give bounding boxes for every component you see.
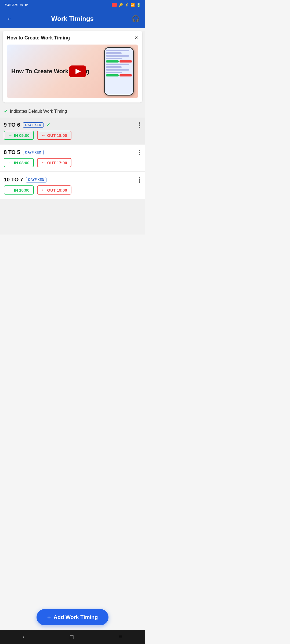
battery-icon: 🔋 bbox=[136, 3, 141, 7]
status-bar-left: 7:45 AM ▭ ⟳ bbox=[4, 3, 28, 7]
tutorial-close-button[interactable]: × bbox=[135, 35, 138, 41]
timing-in-time-3: IN 10:00 bbox=[14, 188, 30, 192]
tutorial-card-header: How to Create Work Timing × bbox=[7, 35, 138, 41]
timing-badge-1: DAYFIXED bbox=[23, 122, 44, 128]
timing-default-check-1: ✓ bbox=[46, 122, 50, 128]
timing-badge-2: DAYFIXED bbox=[23, 150, 44, 155]
dot-3b bbox=[139, 179, 140, 181]
timing-name-1: 9 TO 6 bbox=[4, 122, 20, 128]
default-check-icon: ✓ bbox=[4, 108, 8, 114]
phone-row-8 bbox=[106, 72, 122, 73]
tutorial-card: How to Create Work Timing × How To Creat… bbox=[3, 31, 142, 103]
out-arrow-icon-3: ← bbox=[41, 188, 46, 192]
timing-row-3: 10 TO 7 DAYFIXED → IN 10:00 ← OUT 19:00 bbox=[0, 172, 145, 199]
tutorial-card-title: How to Create Work Timing bbox=[7, 35, 70, 41]
timing-out-badge-3: ← OUT 19:00 bbox=[37, 185, 71, 195]
timing-times-1: → IN 09:00 ← OUT 18:00 bbox=[4, 131, 141, 140]
timing-out-time-1: OUT 18:00 bbox=[47, 133, 67, 138]
app-header: ← Work Timings 🎧 bbox=[0, 10, 145, 28]
page-title: Work Timings bbox=[51, 15, 94, 23]
in-arrow-icon-3: → bbox=[8, 188, 12, 192]
timing-in-time-1: IN 09:00 bbox=[14, 133, 30, 138]
timing-in-time-2: IN 08:00 bbox=[14, 160, 30, 165]
timing-name-3: 10 TO 7 bbox=[4, 177, 23, 183]
timing-out-time-2: OUT 17:00 bbox=[47, 160, 67, 165]
dot-3c bbox=[139, 181, 140, 183]
in-arrow-icon-1: → bbox=[8, 133, 12, 138]
video-play-button[interactable] bbox=[69, 65, 86, 77]
timing-header-1: 9 TO 6 DAYFIXED ✓ bbox=[4, 122, 141, 128]
phone-row-4 bbox=[106, 58, 122, 59]
timing-header-2: 8 TO 5 DAYFIXED bbox=[4, 149, 141, 155]
gesture-icon: ⟳ bbox=[25, 3, 28, 7]
status-time: 7:45 AM bbox=[4, 3, 17, 7]
indicates-line: ✓ Indicates Default Work Timing bbox=[0, 105, 145, 118]
record-icon: ● bbox=[112, 3, 117, 7]
dot-2a bbox=[139, 150, 140, 151]
back-button[interactable]: ← bbox=[5, 14, 13, 23]
wifi-icon: 📶 bbox=[130, 3, 135, 7]
bluetooth-icon: ⚡ bbox=[125, 3, 129, 7]
timing-times-3: → IN 10:00 ← OUT 19:00 bbox=[4, 185, 141, 195]
status-bar: 7:45 AM ▭ ⟳ ● 🔑 ⚡ 📶 🔋 bbox=[0, 0, 145, 10]
timing-row-2: 8 TO 5 DAYFIXED → IN 08:00 ← OUT 17:00 bbox=[0, 145, 145, 172]
phone-btn-row-2 bbox=[106, 74, 132, 76]
timing-name-2: 8 TO 5 bbox=[4, 149, 20, 155]
phone-row-3 bbox=[106, 55, 129, 57]
key-icon: 🔑 bbox=[119, 3, 123, 7]
timing-in-badge-1: → IN 09:00 bbox=[4, 131, 34, 140]
timing-out-time-3: OUT 19:00 bbox=[47, 188, 67, 192]
phone-screen bbox=[105, 48, 133, 95]
timing-in-badge-2: → IN 08:00 bbox=[4, 158, 34, 167]
more-menu-button-2[interactable] bbox=[138, 149, 141, 156]
timing-badge-3: DAYFIXED bbox=[26, 177, 47, 182]
headset-icon[interactable]: 🎧 bbox=[132, 15, 140, 23]
dot-1c bbox=[139, 127, 140, 128]
main-content: How to Create Work Timing × How To Creat… bbox=[0, 31, 145, 235]
more-menu-button-1[interactable] bbox=[138, 121, 141, 129]
phone-row-6 bbox=[106, 66, 122, 68]
phone-mockup bbox=[104, 47, 134, 96]
phone-btn-green-1 bbox=[106, 60, 119, 63]
indicates-text: Indicates Default Work Timing bbox=[10, 109, 67, 114]
in-arrow-icon-2: → bbox=[8, 160, 12, 165]
dot-3a bbox=[139, 177, 140, 178]
phone-btn-red-1 bbox=[119, 60, 132, 63]
dot-1a bbox=[139, 122, 140, 124]
timing-row-1: 9 TO 6 DAYFIXED ✓ → IN 09:00 ← OUT 18:00 bbox=[0, 118, 145, 144]
phone-row-5 bbox=[106, 64, 129, 65]
dot-2b bbox=[139, 152, 140, 153]
video-call-icon: ▭ bbox=[20, 3, 23, 7]
timing-in-badge-3: → IN 10:00 bbox=[4, 185, 34, 195]
more-menu-button-3[interactable] bbox=[138, 176, 141, 184]
out-arrow-icon-2: ← bbox=[41, 160, 46, 165]
status-bar-right: ● 🔑 ⚡ 📶 🔋 bbox=[112, 3, 141, 7]
dot-2c bbox=[139, 154, 140, 155]
phone-row-1 bbox=[106, 50, 129, 51]
timing-out-badge-1: ← OUT 18:00 bbox=[37, 131, 71, 140]
phone-btn-green-2 bbox=[106, 74, 119, 76]
timing-out-badge-2: ← OUT 17:00 bbox=[37, 158, 71, 167]
bottom-spacer bbox=[0, 200, 145, 235]
timing-header-3: 10 TO 7 DAYFIXED bbox=[4, 177, 141, 183]
phone-row-2 bbox=[106, 52, 122, 54]
phone-btn-row-1 bbox=[106, 60, 132, 63]
phone-btn-red-2 bbox=[119, 74, 132, 76]
phone-row-7 bbox=[106, 69, 129, 71]
timing-times-2: → IN 08:00 ← OUT 17:00 bbox=[4, 158, 141, 167]
out-arrow-icon-1: ← bbox=[41, 133, 46, 138]
dot-1b bbox=[139, 125, 140, 126]
video-thumbnail[interactable]: How To Create Work Timing bbox=[7, 45, 138, 98]
